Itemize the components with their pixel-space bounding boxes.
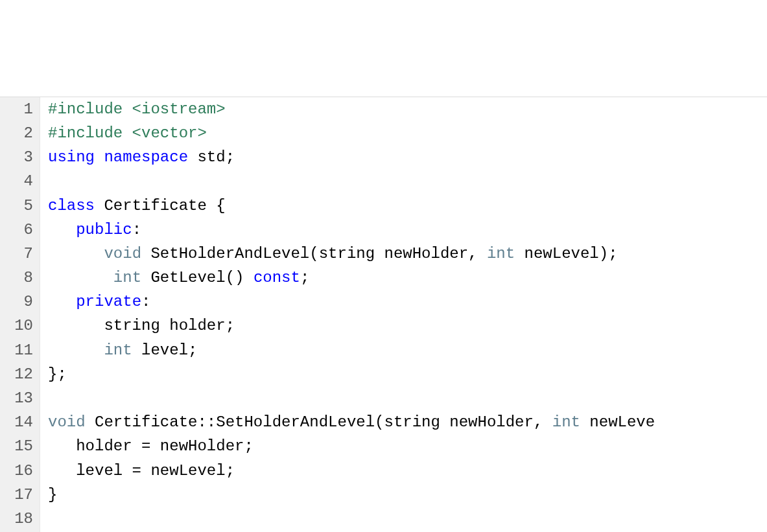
line-number: 18 xyxy=(4,507,33,531)
line-number: 5 xyxy=(4,194,33,218)
token-type: void xyxy=(104,245,141,262)
token-kw: const xyxy=(254,269,300,286)
token-plain: GetLevel() xyxy=(141,269,254,286)
token-kw: class xyxy=(48,197,95,214)
line-number-gutter: 12345678910111213141516171819202122 xyxy=(0,97,40,532)
line-number: 12 xyxy=(4,362,33,386)
token-plain: : xyxy=(141,293,150,310)
line-number: 2 xyxy=(4,121,33,145)
token-plain xyxy=(48,341,104,359)
line-number: 13 xyxy=(4,386,33,410)
line-number: 10 xyxy=(4,314,33,338)
line-number: 11 xyxy=(4,338,33,362)
token-type: int xyxy=(113,269,141,286)
code-line[interactable]: holder = newHolder; xyxy=(48,434,767,458)
code-line[interactable]: } xyxy=(48,483,767,507)
line-number: 7 xyxy=(4,242,33,266)
token-plain: Certificate { xyxy=(95,197,226,214)
token-kw: private xyxy=(76,293,141,310)
line-number: 17 xyxy=(4,483,33,507)
token-plain: SetHolderAndLevel(string newHolder, xyxy=(141,245,487,262)
token-plain: : xyxy=(132,221,141,238)
token-plain: std; xyxy=(188,148,235,166)
token-pre: #include <vector> xyxy=(48,124,207,142)
token-plain xyxy=(48,245,104,262)
token-plain: level = newLevel; xyxy=(48,462,235,480)
code-line[interactable]: #include <vector> xyxy=(48,121,767,145)
token-kw: public xyxy=(76,221,132,238)
line-number: 4 xyxy=(4,169,33,193)
token-plain: }; xyxy=(48,365,67,383)
line-number: 3 xyxy=(4,145,33,169)
code-line[interactable]: #include <iostream> xyxy=(48,97,767,121)
token-type: int xyxy=(104,341,132,359)
code-line[interactable]: }; xyxy=(48,362,767,386)
line-number: 1 xyxy=(4,97,33,121)
token-plain: newLevel); xyxy=(515,245,617,262)
code-line[interactable] xyxy=(48,169,767,193)
token-kw: namespace xyxy=(104,148,188,166)
code-line[interactable]: void SetHolderAndLevel(string newHolder,… xyxy=(48,242,767,266)
token-plain: string holder; xyxy=(48,317,235,334)
token-plain xyxy=(48,221,76,238)
line-number: 14 xyxy=(4,410,33,434)
code-line[interactable]: int GetLevel() const; xyxy=(48,266,767,290)
code-line[interactable]: string holder; xyxy=(48,314,767,338)
code-line[interactable]: public: xyxy=(48,218,767,242)
token-type: void xyxy=(48,413,86,431)
token-plain xyxy=(48,269,113,286)
token-plain: Certificate::SetHolderAndLevel(string ne… xyxy=(86,413,552,431)
token-type: int xyxy=(487,245,515,262)
token-plain xyxy=(48,293,76,310)
token-type: int xyxy=(552,413,580,431)
line-number: 16 xyxy=(4,459,33,483)
code-line[interactable]: using namespace std; xyxy=(48,145,767,169)
token-plain: } xyxy=(48,486,57,503)
code-line[interactable]: int level; xyxy=(48,338,767,362)
line-number: 9 xyxy=(4,290,33,314)
code-line[interactable] xyxy=(48,386,767,410)
token-plain: level; xyxy=(132,341,198,359)
line-number: 6 xyxy=(4,218,33,242)
token-kw: using xyxy=(48,148,95,166)
line-number: 8 xyxy=(4,266,33,290)
code-line[interactable] xyxy=(48,507,767,531)
code-area[interactable]: #include <iostream>#include <vector>usin… xyxy=(40,97,767,532)
token-plain: holder = newHolder; xyxy=(48,437,254,455)
code-line[interactable]: class Certificate { xyxy=(48,194,767,218)
token-plain xyxy=(95,148,104,166)
token-plain: newLeve xyxy=(580,413,655,431)
token-pre: #include <iostream> xyxy=(48,100,226,118)
code-line[interactable]: void Certificate::SetHolderAndLevel(stri… xyxy=(48,410,767,434)
token-plain: ; xyxy=(300,269,309,286)
code-editor: 12345678910111213141516171819202122 #inc… xyxy=(0,97,767,532)
line-number: 15 xyxy=(4,434,33,458)
code-line[interactable]: private: xyxy=(48,290,767,314)
code-line[interactable]: level = newLevel; xyxy=(48,459,767,483)
